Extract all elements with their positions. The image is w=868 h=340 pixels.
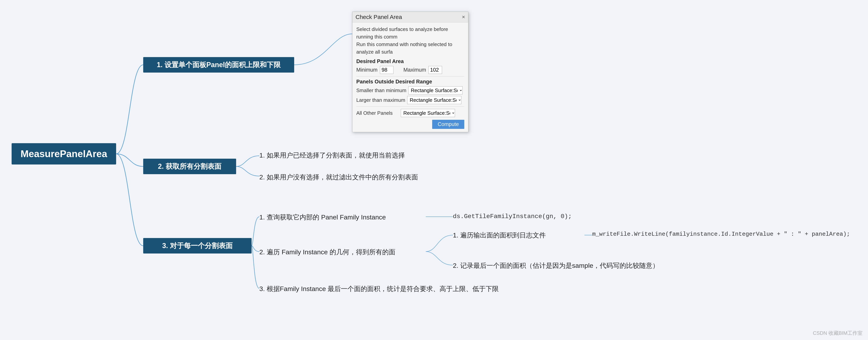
compute-button[interactable]: Compute xyxy=(432,120,464,129)
larger-select[interactable]: Rectangle Surface:Solid xyxy=(407,96,461,104)
branch3-sub2-label: 2. 遍历 Family Instance 的几何，得到所有的面 xyxy=(259,248,395,256)
dialog-close-button[interactable]: × xyxy=(462,14,465,20)
compute-row: Compute xyxy=(356,120,464,129)
branch2-sub1-label: 1. 如果用户已经选择了分割表面，就使用当前选择 xyxy=(259,151,405,160)
mindmap-container: MeasurePanelArea 1. 设置单个面板Panel的面积上限和下限 … xyxy=(0,0,868,340)
dialog-desc-line2: Run this command with nothing selected t… xyxy=(356,41,464,56)
maximum-label: Maximum xyxy=(404,67,426,73)
watermark: CSDN 收藏BIM工作室 xyxy=(813,330,863,337)
smaller-row: Smaller than minimum Rectangle Surface:S… xyxy=(356,86,464,94)
branch3-sub3-label: 3. 根据Family Instance 最后一个面的面积，统计是符合要求、高于… xyxy=(259,284,499,293)
branch3-sub2-sub1-label: 1. 遍历输出面的面积到日志文件 xyxy=(453,231,546,240)
all-other-label: All Other Panels xyxy=(356,110,399,116)
all-other-select[interactable]: Rectangle Surface:Solid xyxy=(401,109,455,117)
dialog-title: Check Panel Area xyxy=(355,14,402,20)
branch2-sub2-label: 2. 如果用户没有选择，就过滤出文件中的所有分割表面 xyxy=(259,173,418,182)
minimum-input[interactable] xyxy=(380,66,394,74)
larger-label: Larger than maximum xyxy=(356,97,405,103)
branch3-sub1-label: 1. 查询获取它内部的 Panel Family Instance xyxy=(259,213,386,222)
dialog-desc-line1: Select divided surfaces to analyze befor… xyxy=(356,26,464,41)
branch2-node: 2. 获取所有分割表面 xyxy=(143,159,236,174)
smaller-label: Smaller than minimum xyxy=(356,88,406,93)
branch3-sub1-code: ds.GetTileFamilyInstance(gn, 0); xyxy=(453,213,572,220)
smaller-select[interactable]: Rectangle Surface:Solid xyxy=(408,86,463,94)
panels-outside-label: Panels Outside Desired Range xyxy=(356,79,464,85)
larger-row: Larger than maximum Rectangle Surface:So… xyxy=(356,96,464,104)
branch3-sub2-sub1-code: m_writeFile.WriteLine(familyinstance.Id.… xyxy=(592,231,850,238)
dialog-desc: Select divided surfaces to analyze befor… xyxy=(356,26,464,56)
maximum-input[interactable] xyxy=(429,66,442,74)
branch3-sub2-sub2-label: 2. 记录最后一个面的面积（估计是因为是sample，代码写的比较随意） xyxy=(453,261,659,270)
all-other-row: All Other Panels Rectangle Surface:Solid xyxy=(356,109,464,117)
dialog-divider1 xyxy=(356,76,464,76)
dialog-titlebar: Check Panel Area × xyxy=(352,12,468,23)
desired-panel-area-label: Desired Panel Area xyxy=(356,58,464,64)
check-panel-area-dialog: Check Panel Area × Select divided surfac… xyxy=(352,11,468,132)
branch3-node: 3. 对于每一个分割表面 xyxy=(143,238,252,253)
dialog-body: Select divided surfaces to analyze befor… xyxy=(352,23,468,132)
branch1-node: 1. 设置单个面板Panel的面积上限和下限 xyxy=(143,57,294,72)
minimum-label: Minimum xyxy=(356,67,378,73)
min-max-row: Minimum Maximum xyxy=(356,66,464,74)
root-node: MeasurePanelArea xyxy=(11,143,116,164)
